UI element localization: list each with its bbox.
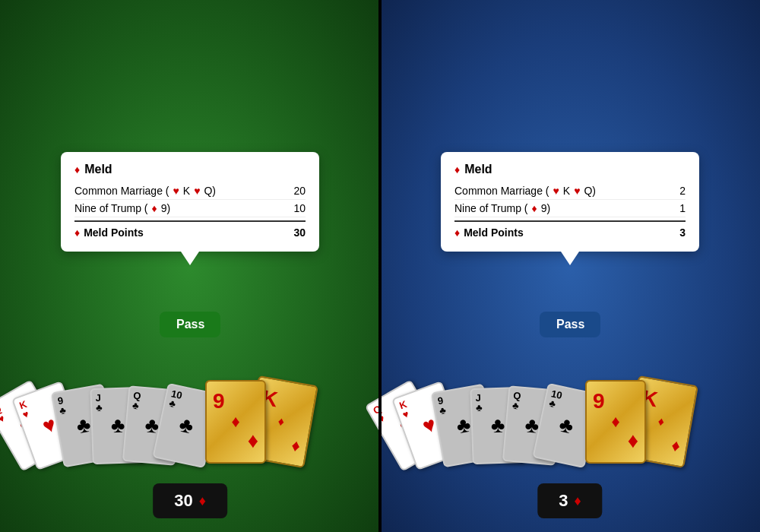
left-card-5-label: Q♣ xyxy=(132,391,141,411)
right-card-3-suit: ♣ xyxy=(454,413,473,439)
right-meld-row-2-label: Nine of Trump (♦9) xyxy=(454,202,550,214)
right-score-badge: 3 ♦ xyxy=(537,483,602,518)
right-score-value: 3 xyxy=(559,491,568,511)
right-meld-row-1: Common Marriage (♥K ♥Q) 2 xyxy=(454,182,686,200)
left-cards-area: Pass Q♥ ♥ K♥ ♥ 9♣ ♣ J♣ ♣ xyxy=(0,319,380,486)
right-meld-total-label: ♦ Meld Points xyxy=(454,226,524,239)
right-card-7-suit-bottom: ♦ xyxy=(628,429,638,453)
panel-divider xyxy=(378,0,382,532)
left-meld-row-1-label: Common Marriage (♥K ♥Q) xyxy=(74,185,216,197)
left-card-4-suit: ♣ xyxy=(110,413,125,439)
left-total-diamond-icon: ♦ xyxy=(74,226,80,239)
right-meld-popup: ♦ Meld Common Marriage (♥K ♥Q) 2 Nine of… xyxy=(441,152,699,252)
right-card-8-suit-bottom: ♦ xyxy=(670,435,682,457)
right-panel: ♦ Meld Common Marriage (♥K ♥Q) 2 Nine of… xyxy=(380,0,760,532)
left-meld-diamond-icon: ♦ xyxy=(74,163,80,176)
left-meld-total-row: ♦ Meld Points 30 xyxy=(74,220,306,241)
left-card-6-label: 10♣ xyxy=(168,388,183,410)
left-score-badge: 30 ♦ xyxy=(153,483,227,518)
left-card-4-label: J♣ xyxy=(95,393,102,413)
right-card-3-label: 9♣ xyxy=(437,395,447,416)
right-total-label-text: Meld Points xyxy=(464,226,524,239)
left-pass-button[interactable]: Pass xyxy=(160,312,220,337)
left-card-7[interactable]: 9 ♦ ♦ xyxy=(205,380,266,464)
left-card-6-suit: ♣ xyxy=(177,412,196,439)
left-card-3-label: 9♣ xyxy=(57,395,67,416)
left-panel: ♦ Meld Common Marriage (♥K ♥Q) 20 Nine o… xyxy=(0,0,380,532)
right-card-6-suit: ♣ xyxy=(557,412,576,439)
left-total-value: 30 xyxy=(293,226,306,239)
left-card-7-num: 9 xyxy=(213,389,225,413)
right-card-5-label: Q♣ xyxy=(512,391,521,411)
left-card-8-suit-center: ♦ xyxy=(277,414,285,429)
left-card-7-suit-center: ♦ xyxy=(231,412,239,432)
right-meld-row-2-value: 1 xyxy=(679,202,686,214)
right-cards-fan: Q♥ ♥ K♥ ♥ 9♣ ♣ J♣ ♣ Q♣ ♣ xyxy=(380,319,760,471)
right-meld-title-text: Meld xyxy=(464,163,492,176)
left-card-7-suit-bottom: ♦ xyxy=(248,429,258,453)
left-meld-popup: ♦ Meld Common Marriage (♥K ♥Q) 20 Nine o… xyxy=(61,152,319,252)
left-meld-row-2: Nine of Trump (♦9) 10 xyxy=(74,200,306,217)
right-meld-row-1-value: 2 xyxy=(679,185,686,197)
left-card-2-label: K♥ xyxy=(18,399,32,420)
left-meld-row-2-value: 10 xyxy=(293,202,306,214)
left-card-3-suit: ♣ xyxy=(74,413,93,439)
right-card-2-label: K♥ xyxy=(398,399,412,420)
left-score-suit: ♦ xyxy=(199,493,206,509)
right-cards-area: Pass Q♥ ♥ K♥ ♥ 9♣ ♣ J♣ ♣ xyxy=(380,319,760,486)
right-total-value: 3 xyxy=(679,226,686,239)
right-card-7-num: 9 xyxy=(593,389,605,413)
right-card-4-label: J♣ xyxy=(475,393,482,413)
right-meld-row-2: Nine of Trump (♦9) 1 xyxy=(454,200,686,217)
left-cards-fan: Q♥ ♥ K♥ ♥ 9♣ ♣ J♣ ♣ Q♣ ♣ xyxy=(0,319,380,471)
right-card-8-suit-center: ♦ xyxy=(657,414,665,429)
right-meld-row-1-label: Common Marriage (♥K ♥Q) xyxy=(454,185,596,197)
right-card-6-label: 10♣ xyxy=(548,388,563,410)
right-card-7-suit-center: ♦ xyxy=(611,412,619,432)
left-meld-row-1-value: 20 xyxy=(293,185,306,197)
left-score-value: 30 xyxy=(174,491,192,511)
right-total-diamond-icon: ♦ xyxy=(454,226,460,239)
right-score-suit: ♦ xyxy=(575,493,581,509)
right-meld-diamond-icon: ♦ xyxy=(454,163,460,176)
left-meld-row-2-label: Nine of Trump (♦9) xyxy=(74,202,170,214)
left-card-8-suit-bottom: ♦ xyxy=(290,435,302,457)
right-pass-button[interactable]: Pass xyxy=(540,312,600,337)
left-total-label-text: Meld Points xyxy=(84,226,144,239)
right-card-7[interactable]: 9 ♦ ♦ xyxy=(585,380,646,464)
right-card-4-suit: ♣ xyxy=(490,413,505,439)
left-meld-row-1: Common Marriage (♥K ♥Q) 20 xyxy=(74,182,306,200)
left-meld-total-label: ♦ Meld Points xyxy=(74,226,144,239)
left-meld-title: ♦ Meld xyxy=(74,163,306,176)
right-meld-total-row: ♦ Meld Points 3 xyxy=(454,220,686,241)
left-meld-title-text: Meld xyxy=(84,163,112,176)
left-card-1-label: Q♥ xyxy=(0,404,8,425)
right-meld-title: ♦ Meld xyxy=(454,163,686,176)
